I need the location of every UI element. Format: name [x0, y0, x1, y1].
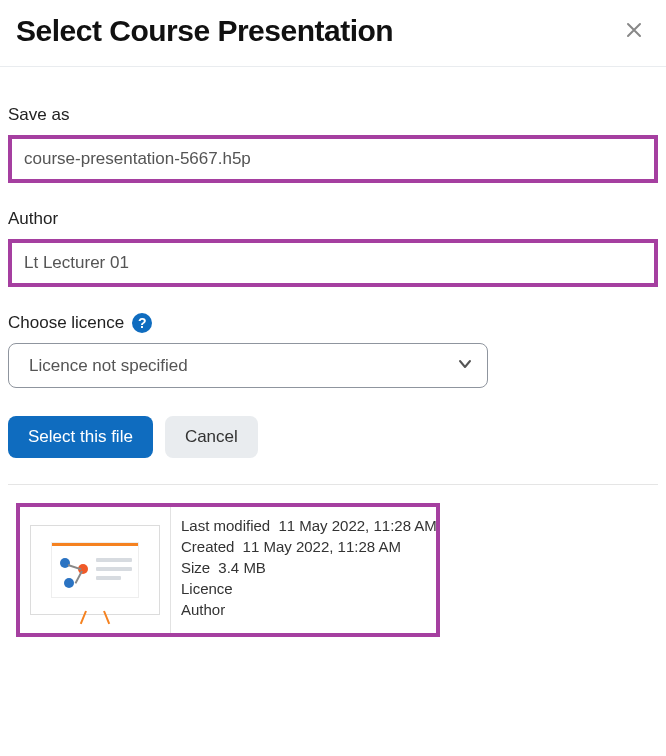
help-icon[interactable]: ?: [132, 313, 152, 333]
licence-select-wrap: Licence not specified: [8, 343, 488, 388]
file-card: Last modified 11 May 2022, 11:28 AM Crea…: [16, 503, 440, 637]
author-group: Author: [8, 209, 658, 287]
licence-group: Choose licence ? Licence not specified: [8, 313, 658, 388]
licence-label-row: Choose licence ?: [8, 313, 658, 333]
presentation-icon: [52, 543, 138, 597]
meta-size-value: 3.4 MB: [218, 559, 266, 576]
button-row: Select this file Cancel: [8, 416, 658, 485]
meta-last-modified-value: 11 May 2022, 11:28 AM: [278, 517, 436, 534]
meta-created-label: Created: [181, 538, 234, 555]
author-label: Author: [8, 209, 658, 229]
form-area: Save as Author Choose licence ? Licence …: [0, 67, 666, 637]
author-input[interactable]: [8, 239, 658, 287]
dialog-title: Select Course Presentation: [16, 14, 393, 48]
meta-created: Created 11 May 2022, 11:28 AM: [181, 538, 437, 555]
file-thumbnail-cell: [20, 507, 170, 633]
meta-created-value: 11 May 2022, 11:28 AM: [243, 538, 401, 555]
save-as-label: Save as: [8, 105, 658, 125]
file-metadata: Last modified 11 May 2022, 11:28 AM Crea…: [170, 507, 447, 633]
meta-size-label: Size: [181, 559, 210, 576]
save-as-group: Save as: [8, 105, 658, 183]
select-file-button[interactable]: Select this file: [8, 416, 153, 458]
meta-licence-label: Licence: [181, 580, 233, 597]
cancel-button[interactable]: Cancel: [165, 416, 258, 458]
meta-last-modified: Last modified 11 May 2022, 11:28 AM: [181, 517, 437, 534]
close-icon: [626, 18, 642, 43]
meta-licence: Licence: [181, 580, 437, 597]
file-thumbnail: [30, 525, 160, 615]
meta-author: Author: [181, 601, 437, 618]
meta-author-label: Author: [181, 601, 225, 618]
dialog-header: Select Course Presentation: [0, 0, 666, 67]
meta-size: Size 3.4 MB: [181, 559, 437, 576]
licence-label: Choose licence: [8, 313, 124, 333]
save-as-input[interactable]: [8, 135, 658, 183]
meta-last-modified-label: Last modified: [181, 517, 270, 534]
licence-select[interactable]: Licence not specified: [8, 343, 488, 388]
close-button[interactable]: [618, 16, 650, 46]
